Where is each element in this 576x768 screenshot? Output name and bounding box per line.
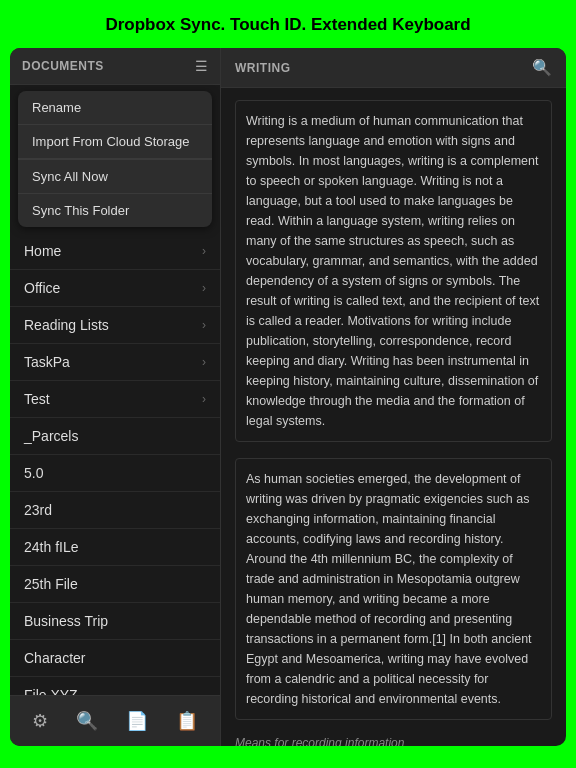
sidebar-header: DOCUMENTS ☰ bbox=[10, 48, 220, 85]
chevron-right-icon: › bbox=[202, 281, 206, 295]
sidebar-item-home[interactable]: Home › bbox=[10, 233, 220, 270]
sidebar-item-business-trip[interactable]: Business Trip bbox=[10, 603, 220, 640]
sidebar-item-25th[interactable]: 25th File bbox=[10, 566, 220, 603]
chevron-right-icon: › bbox=[202, 355, 206, 369]
chevron-right-icon: › bbox=[202, 244, 206, 258]
chevron-right-icon: › bbox=[202, 318, 206, 332]
context-menu-rename[interactable]: Rename bbox=[18, 91, 212, 125]
sidebar-item-5[interactable]: 5.0 bbox=[10, 455, 220, 492]
content-body: Writing is a medium of human communicati… bbox=[221, 88, 566, 746]
content-title: WRITING bbox=[235, 61, 291, 75]
context-menu: Rename Import From Cloud Storage Sync Al… bbox=[18, 91, 212, 227]
sidebar-item-reading-lists-label: Reading Lists bbox=[24, 317, 109, 333]
section-label-means: Means for recording information bbox=[235, 736, 552, 746]
context-menu-sync-all[interactable]: Sync All Now bbox=[18, 160, 212, 194]
clipboard-icon[interactable]: 📋 bbox=[168, 706, 206, 736]
new-document-icon[interactable]: 📄 bbox=[118, 706, 156, 736]
sidebar-item-character[interactable]: Character bbox=[10, 640, 220, 677]
sidebar: DOCUMENTS ☰ Rename Import From Cloud Sto… bbox=[10, 48, 220, 746]
sidebar-item-parcels[interactable]: _Parcels bbox=[10, 418, 220, 455]
settings-icon[interactable]: ⚙ bbox=[24, 706, 56, 736]
app-title: Dropbox Sync. Touch ID. Extended Keyboar… bbox=[105, 15, 470, 34]
chevron-right-icon: › bbox=[202, 392, 206, 406]
main-container: DOCUMENTS ☰ Rename Import From Cloud Sto… bbox=[10, 48, 566, 746]
sidebar-item-23rd[interactable]: 23rd bbox=[10, 492, 220, 529]
sidebar-item-file-xyz[interactable]: File XYZ bbox=[10, 677, 220, 695]
sidebar-item-taskpa-label: TaskPa bbox=[24, 354, 70, 370]
search-icon[interactable]: 🔍 bbox=[68, 706, 106, 736]
writing-block-2: As human societies emerged, the developm… bbox=[235, 458, 552, 720]
writing-block-1: Writing is a medium of human communicati… bbox=[235, 100, 552, 442]
sidebar-item-test-label: Test bbox=[24, 391, 50, 407]
title-bar: Dropbox Sync. Touch ID. Extended Keyboar… bbox=[0, 0, 576, 48]
content-panel: WRITING 🔍 Writing is a medium of human c… bbox=[220, 48, 566, 746]
sidebar-toolbar: ⚙ 🔍 📄 📋 bbox=[10, 695, 220, 746]
sidebar-menu-icon[interactable]: ☰ bbox=[195, 58, 208, 74]
context-menu-sync-folder[interactable]: Sync This Folder bbox=[18, 194, 212, 227]
sidebar-item-24th[interactable]: 24th fILe bbox=[10, 529, 220, 566]
context-menu-import[interactable]: Import From Cloud Storage bbox=[18, 125, 212, 159]
sidebar-item-home-label: Home bbox=[24, 243, 61, 259]
content-search-icon[interactable]: 🔍 bbox=[532, 58, 552, 77]
sidebar-item-test[interactable]: Test › bbox=[10, 381, 220, 418]
sidebar-nav: Home › Office › Reading Lists › TaskPa ›… bbox=[10, 233, 220, 695]
content-header: WRITING 🔍 bbox=[221, 48, 566, 88]
sidebar-item-office[interactable]: Office › bbox=[10, 270, 220, 307]
sidebar-item-taskpa[interactable]: TaskPa › bbox=[10, 344, 220, 381]
sidebar-item-office-label: Office bbox=[24, 280, 60, 296]
sidebar-item-reading-lists[interactable]: Reading Lists › bbox=[10, 307, 220, 344]
sidebar-documents-label: DOCUMENTS bbox=[22, 59, 104, 73]
